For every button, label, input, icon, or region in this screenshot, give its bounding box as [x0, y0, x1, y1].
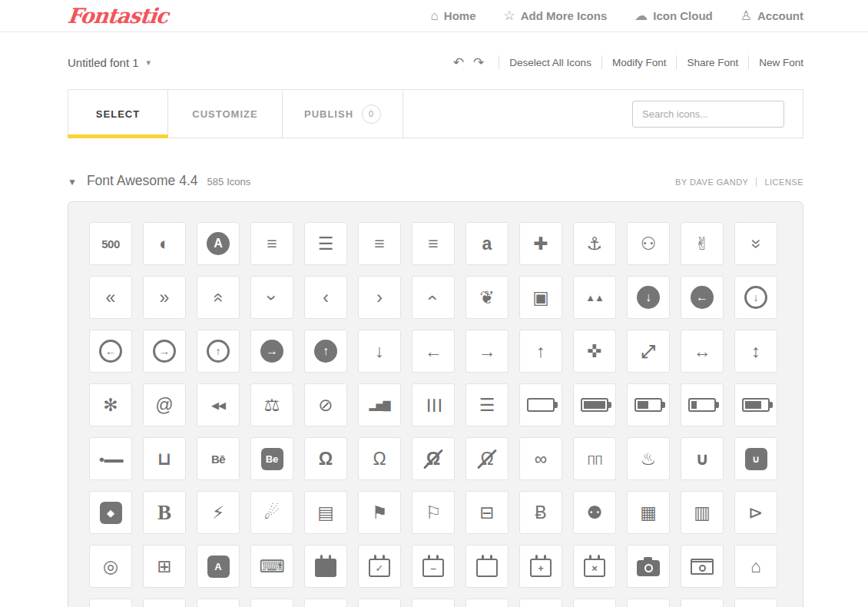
fontastic-logo[interactable]: Fontastic — [66, 4, 169, 28]
icon-cell-bed[interactable]: ●▬▬ — [89, 437, 132, 480]
icon-cell-ban[interactable]: ⊘ — [304, 383, 347, 426]
tab-publish[interactable]: PUBLISH0 — [283, 90, 403, 138]
icon-cell-bell-slash-o[interactable]: Ω — [465, 437, 509, 480]
icon-cell-arrows-v[interactable]: ↕ — [734, 330, 777, 373]
tab-customize[interactable]: CUSTOMIZE — [168, 90, 283, 138]
icon-cell-briefcase[interactable]: ⊟ — [465, 491, 509, 534]
icon-cell-black-tie[interactable]: ◆ — [89, 491, 132, 534]
undo-icon[interactable]: ↶ — [449, 55, 469, 71]
icon-cell-apple[interactable]: ❦ — [465, 276, 509, 319]
font-name-dropdown[interactable]: Untitled font 1 ▾ — [68, 56, 151, 69]
icon-cell-android[interactable]: ⚇ — [627, 222, 670, 265]
icon-cell-500px[interactable]: 500 — [89, 222, 132, 265]
icon-cell-archive[interactable]: ▣ — [519, 276, 562, 319]
icon-cell-arrow-down[interactable]: ↓ — [358, 330, 401, 373]
icon-cell-battery-three-quarters[interactable] — [734, 383, 777, 426]
icon-cell-angle-double-up[interactable]: « — [197, 276, 240, 319]
icon-cell-bug[interactable]: ⚉ — [573, 491, 616, 534]
icon-cell-bars[interactable]: ☰ — [465, 383, 509, 426]
icon-cell-calendar-times-o[interactable]: × — [573, 545, 616, 588]
nav-account[interactable]: ♙Account — [740, 8, 803, 24]
icon-cell-anchor[interactable]: ⚓ — [573, 222, 616, 265]
icon-cell-arrows[interactable]: ✜ — [573, 330, 616, 373]
icon-cell-arrow-circle-down[interactable]: ↓ — [627, 276, 670, 319]
icon-cell-angle-double-right[interactable]: » — [143, 276, 186, 319]
icon-cell-arrow-circle-o-up[interactable]: ↑ — [197, 330, 240, 373]
icon-cell-car[interactable]: ⌂ — [734, 545, 777, 588]
icon-cell-bullhorn[interactable]: ⊳ — [734, 491, 777, 534]
icon-cell-battery-empty[interactable] — [519, 383, 562, 426]
icon-cell-beer[interactable]: ⊔ — [143, 437, 186, 480]
new-font-button[interactable]: New Font — [759, 57, 803, 68]
icon-cell-bitbucket[interactable]: ∪ — [681, 437, 724, 480]
collapse-caret-icon[interactable]: ▼ — [68, 177, 77, 187]
icon-cell-ambulance[interactable]: ✚ — [519, 222, 562, 265]
icon-cell-align-right[interactable]: ≡ — [412, 222, 455, 265]
icon-cell-angle-left[interactable]: ‹ — [304, 276, 347, 319]
icon-cell-birthday-cake[interactable]: ♨ — [627, 437, 670, 480]
icon-cell-bullseye[interactable]: ◎ — [89, 545, 132, 588]
icon-cell-bomb[interactable]: ☄ — [250, 491, 293, 534]
icon-cell-building-o[interactable]: ▥ — [681, 491, 724, 534]
icon-cell-arrows-alt[interactable]: ⤢ — [627, 330, 670, 373]
icon-cell-partial[interactable] — [412, 599, 455, 607]
icon-cell-battery-half[interactable] — [627, 383, 670, 426]
icon-cell-angle-right[interactable]: › — [358, 276, 401, 319]
icon-cell-bell[interactable]: Ω — [304, 437, 347, 480]
icon-cell-calendar[interactable] — [304, 545, 347, 588]
tab-select[interactable]: SELECT — [68, 90, 168, 138]
icon-cell-partial[interactable] — [627, 599, 670, 607]
search-input[interactable] — [632, 101, 784, 128]
icon-cell-partial[interactable] — [89, 599, 132, 607]
icon-cell-angle-up[interactable]: ‹ — [412, 276, 455, 319]
icon-cell-barcode[interactable]: ☰ — [412, 383, 455, 426]
icon-cell-balance-scale[interactable]: ⚖ — [250, 383, 293, 426]
icon-cell-calendar-o[interactable] — [465, 545, 509, 588]
icon-cell-arrow-circle-up[interactable]: ↑ — [304, 330, 347, 373]
icon-cell-bookmark[interactable]: ⚑ — [358, 491, 401, 534]
icon-cell-partial[interactable] — [250, 599, 293, 607]
icon-cell-battery-full[interactable] — [573, 383, 616, 426]
icon-cell-behance-square[interactable]: Be — [250, 437, 293, 480]
icon-cell-bell-slash[interactable]: Ω — [412, 437, 455, 480]
icon-cell-at[interactable]: @ — [143, 383, 186, 426]
nav-icon-cloud[interactable]: ☁Icon Cloud — [634, 8, 713, 24]
icon-cell-partial[interactable] — [304, 599, 347, 607]
icon-cell-calendar-plus-o[interactable]: + — [519, 545, 562, 588]
icon-cell-bookmark-o[interactable]: ⚐ — [412, 491, 455, 534]
icon-cell-amazon[interactable]: a — [465, 222, 509, 265]
icon-cell-partial[interactable] — [734, 599, 777, 607]
icon-cell-bolt[interactable]: ⚡ — [197, 491, 240, 534]
icon-cell-partial[interactable] — [197, 599, 240, 607]
icon-cell-camera-retro[interactable] — [681, 545, 724, 588]
icon-cell-battery-quarter[interactable] — [681, 383, 724, 426]
icon-cell-building[interactable]: ▦ — [627, 491, 670, 534]
icon-cell-bicycle[interactable]: ∞ — [519, 437, 562, 480]
icon-cell-partial[interactable] — [519, 599, 562, 607]
icon-cell-behance[interactable]: Bē — [197, 437, 240, 480]
icon-cell-calendar-check-o[interactable]: ✓ — [358, 545, 401, 588]
icon-cell-arrow-circle-o-down[interactable]: ↓ — [734, 276, 777, 319]
deselect-all-icons-button[interactable]: Deselect All Icons — [509, 57, 591, 68]
icon-cell-binoculars[interactable]: ∏∏ — [573, 437, 616, 480]
icon-cell-angellist[interactable]: ✌ — [681, 222, 724, 265]
icon-cell-calculator[interactable]: ⌨ — [250, 545, 293, 588]
icon-cell-partial[interactable] — [358, 599, 401, 607]
icon-cell-area-chart[interactable]: ▲▲ — [573, 276, 616, 319]
icon-cell-book[interactable]: ▤ — [304, 491, 347, 534]
modify-font-button[interactable]: Modify Font — [612, 57, 667, 68]
icon-cell-backward[interactable]: ◀◀ — [197, 383, 240, 426]
icon-cell-partial[interactable] — [465, 599, 509, 607]
icon-cell-bell-o[interactable]: Ω — [358, 437, 401, 480]
icon-cell-bold[interactable]: B — [143, 491, 186, 534]
icon-cell-partial[interactable] — [143, 599, 186, 607]
icon-cell-arrow-up[interactable]: ↑ — [519, 330, 562, 373]
icon-cell-angle-double-down[interactable]: » — [734, 222, 777, 265]
icon-cell-camera[interactable] — [627, 545, 670, 588]
icon-cell-angle-double-left[interactable]: « — [89, 276, 132, 319]
nav-home[interactable]: ⌂Home — [431, 8, 476, 24]
icon-cell-arrow-circle-left[interactable]: ← — [681, 276, 724, 319]
icon-cell-bar-chart[interactable]: ▂▅▇ — [358, 383, 401, 426]
icon-cell-bus[interactable]: ⊞ — [143, 545, 186, 588]
icon-cell-bitbucket-square[interactable]: ∪ — [734, 437, 777, 480]
